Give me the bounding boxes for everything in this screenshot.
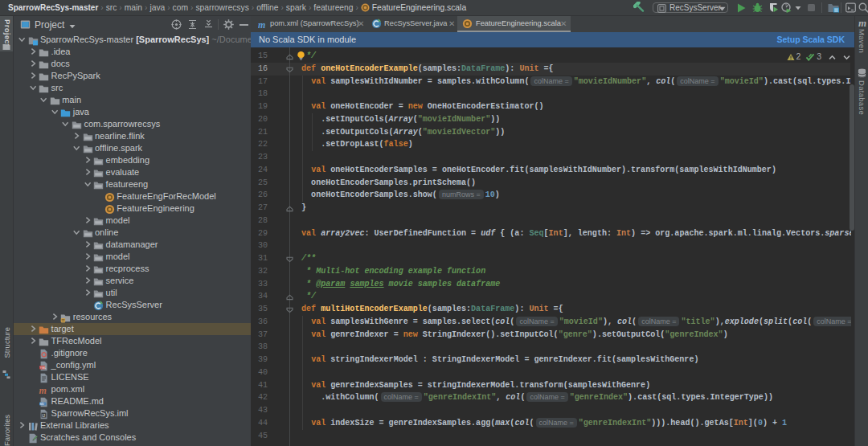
svg-text:MD: MD <box>40 402 45 405</box>
svg-text:m: m <box>258 19 265 30</box>
svg-text:m: m <box>39 385 47 395</box>
svg-text:IJ: IJ <box>42 412 45 417</box>
svg-text:YML: YML <box>40 366 46 369</box>
